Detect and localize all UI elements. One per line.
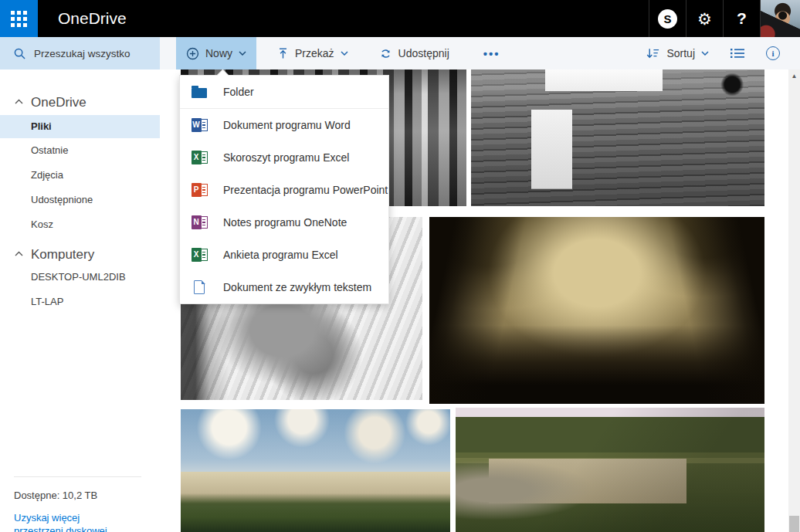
chevron-down-icon bbox=[239, 51, 246, 56]
search-icon bbox=[14, 48, 25, 59]
photo-tile-ruined-interior[interactable] bbox=[471, 69, 764, 206]
sidebar-group-komputery[interactable]: Komputery bbox=[0, 245, 160, 265]
ellipsis-icon: ••• bbox=[480, 47, 503, 60]
avatar[interactable] bbox=[760, 0, 800, 37]
photo-tile-railway[interactable] bbox=[429, 217, 764, 404]
chevron-down-icon bbox=[341, 51, 348, 56]
get-more-storage-link[interactable]: Uzyskaj więcej przestrzeni dyskowej bbox=[14, 511, 113, 532]
help-button[interactable]: ? bbox=[723, 0, 760, 37]
app-title[interactable]: OneDrive bbox=[58, 0, 127, 37]
share-button[interactable]: Udostępnij bbox=[369, 37, 459, 69]
sidebar-item-kosz[interactable]: Kosz bbox=[0, 212, 160, 237]
sidebar-group-label: OneDrive bbox=[31, 95, 86, 110]
help-icon: ? bbox=[737, 9, 747, 28]
excel-icon: X bbox=[191, 151, 208, 164]
word-icon: W bbox=[191, 118, 208, 132]
scroll-up-arrow-icon[interactable]: ▲ bbox=[788, 73, 800, 80]
sidebar-group-komputery-items: DESKTOP-UML2DIB LT-LAP bbox=[0, 265, 160, 314]
command-bar: Nowy Przekaż bbox=[0, 37, 800, 69]
chevron-up-icon bbox=[15, 251, 23, 256]
menu-item-label: Skoroszyt programu Excel bbox=[223, 151, 349, 164]
list-view-button[interactable] bbox=[727, 37, 747, 69]
gear-icon: ⚙ bbox=[697, 11, 712, 27]
scrollbar-thumb[interactable] bbox=[789, 516, 799, 532]
info-icon: i bbox=[766, 46, 780, 60]
settings-button[interactable]: ⚙ bbox=[686, 0, 723, 37]
excel-icon: X bbox=[191, 248, 208, 262]
menu-item-excel-workbook[interactable]: X Skoroszyt programu Excel bbox=[180, 141, 388, 174]
sidebar-item-desktop[interactable]: DESKTOP-UML2DIB bbox=[0, 265, 160, 290]
menu-item-label: Folder bbox=[223, 86, 254, 98]
onenote-icon: N bbox=[191, 215, 208, 229]
search-input[interactable] bbox=[34, 48, 150, 59]
storage-available-text: Dostępne: 10,2 TB bbox=[14, 490, 141, 501]
menu-item-powerpoint-presentation[interactable]: P Prezentacja programu PowerPoint bbox=[180, 174, 388, 206]
info-button[interactable]: i bbox=[763, 37, 783, 69]
sidebar-group-onedrive[interactable]: OneDrive bbox=[0, 93, 160, 113]
sidebar-group-onedrive-items: Pliki Ostatnie Zdjęcia Udostępnione Kosz bbox=[0, 115, 160, 237]
folder-icon bbox=[191, 86, 208, 98]
menu-item-label: Dokument ze zwykłym tekstem bbox=[223, 281, 371, 293]
list-view-icon bbox=[731, 48, 744, 59]
sidebar: OneDrive Pliki Ostatnie Zdjęcia Udostępn… bbox=[0, 69, 160, 532]
sidebar-item-udostepnione[interactable]: Udostępnione bbox=[0, 188, 160, 212]
plus-circle-icon bbox=[186, 47, 199, 60]
sync-icon bbox=[379, 47, 392, 60]
new-menu: Folder W Dokument programu Word X Skoros… bbox=[179, 75, 389, 304]
menu-item-label: Prezentacja programu PowerPoint bbox=[223, 184, 388, 196]
upload-button[interactable]: Przekaż bbox=[267, 37, 358, 69]
waffle-icon bbox=[11, 11, 27, 27]
plain-document-icon bbox=[191, 280, 208, 294]
menu-item-folder[interactable]: Folder bbox=[180, 76, 388, 108]
command-bar-left: Nowy Przekaż bbox=[176, 37, 514, 69]
powerpoint-icon: P bbox=[191, 183, 208, 197]
app-launcher-button[interactable] bbox=[0, 0, 38, 37]
menu-item-word-document[interactable]: W Dokument programu Word bbox=[180, 109, 388, 141]
sort-button[interactable]: Sortuj bbox=[642, 37, 712, 69]
sort-button-label: Sortuj bbox=[666, 47, 695, 59]
chevron-down-icon bbox=[701, 51, 709, 56]
menu-item-onenote-notebook[interactable]: N Notes programu OneNote bbox=[180, 206, 388, 239]
storage-panel: Dostępne: 10,2 TB Uzyskaj więcej przestr… bbox=[14, 476, 141, 532]
suite-bar: OneDrive S ⚙ ? bbox=[0, 0, 800, 37]
chevron-up-icon bbox=[15, 99, 23, 104]
sidebar-group-label: Komputery bbox=[31, 247, 94, 262]
menu-item-label: Notes programu OneNote bbox=[223, 216, 347, 229]
share-button-label: Udostępnij bbox=[398, 47, 449, 59]
vertical-scrollbar[interactable]: ▲ bbox=[788, 69, 800, 532]
photo-tile-ruin-aerial[interactable] bbox=[456, 408, 764, 532]
sidebar-item-ostatnie[interactable]: Ostatnie bbox=[0, 138, 160, 163]
search-box[interactable] bbox=[0, 37, 160, 69]
more-commands-button[interactable]: ••• bbox=[470, 37, 514, 69]
new-button-label: Nowy bbox=[205, 47, 232, 59]
sort-icon bbox=[646, 47, 660, 59]
command-bar-right: Sortuj i bbox=[642, 37, 783, 69]
onedrive-app: OneDrive S ⚙ ? bbox=[0, 0, 800, 532]
menu-item-label: Ankieta programu Excel bbox=[223, 249, 338, 261]
sidebar-item-ltlap[interactable]: LT-LAP bbox=[0, 290, 160, 314]
skype-button[interactable]: S bbox=[649, 0, 686, 37]
new-button[interactable]: Nowy bbox=[176, 37, 256, 69]
menu-item-plain-text-document[interactable]: Dokument ze zwykłym tekstem bbox=[180, 271, 388, 303]
photo-tile-apartment-blocks[interactable] bbox=[181, 409, 450, 532]
suite-bar-actions: S ⚙ ? bbox=[649, 0, 800, 37]
upload-icon bbox=[277, 47, 289, 59]
sidebar-item-zdjecia[interactable]: Zdjęcia bbox=[0, 163, 160, 188]
menu-item-excel-survey[interactable]: X Ankieta programu Excel bbox=[180, 239, 388, 271]
menu-item-label: Dokument programu Word bbox=[223, 119, 351, 131]
sidebar-item-pliki[interactable]: Pliki bbox=[0, 115, 160, 138]
skype-icon: S bbox=[658, 9, 677, 29]
upload-button-label: Przekaż bbox=[295, 47, 334, 59]
